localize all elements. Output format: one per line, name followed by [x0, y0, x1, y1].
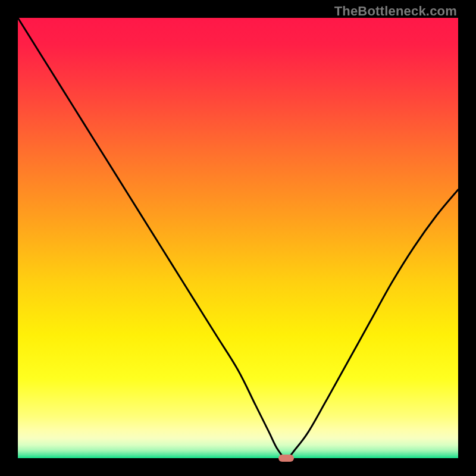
plot-area	[18, 18, 458, 458]
bottleneck-curve	[18, 18, 458, 458]
watermark-text: TheBottleneck.com	[334, 4, 457, 19]
minimum-marker	[278, 455, 294, 462]
chart-container: TheBottleneck.com	[0, 0, 476, 476]
